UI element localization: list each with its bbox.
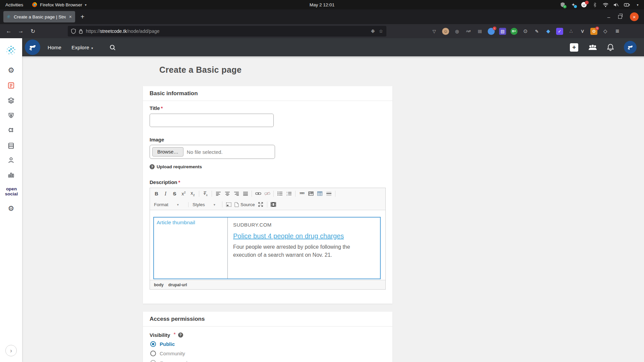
radio-selected-icon[interactable] [150,341,156,347]
settings-gear-icon[interactable]: ⚙ [7,204,15,213]
superscript-icon[interactable]: x2 [179,189,188,198]
nav-home[interactable]: Home [48,45,61,50]
bookmark-star-icon[interactable]: ☆ [379,28,383,34]
subscript-icon[interactable]: x2 [189,189,197,198]
format-dropdown[interactable]: Format▾ [152,202,188,207]
new-tab-button[interactable]: + [80,13,85,21]
swirl-extension-icon[interactable]: ◎ [453,28,461,35]
bold-icon[interactable]: B [152,189,161,198]
layers-icon[interactable] [7,97,15,105]
sidebar-expand-button[interactable]: › [5,345,17,356]
battery-icon[interactable] [624,2,630,8]
italic-icon[interactable]: I [161,189,170,198]
maximize-icon[interactable] [257,200,265,209]
translate-extension-icon[interactable]: A⇄ [465,28,472,35]
help-icon[interactable]: ? [178,333,183,338]
window-restore-button[interactable] [618,15,622,19]
link-icon[interactable] [254,189,262,198]
languagetool-extension-icon[interactable]: L [488,28,495,35]
visibility-option-public[interactable]: Public [150,341,175,347]
hamburger-menu-icon[interactable]: ≡ [615,27,619,35]
article-thumbnail-cell[interactable]: Article thumbnail [154,218,228,279]
bulleted-list-icon[interactable] [276,189,284,198]
settings-icon[interactable]: ⚙ [7,66,15,74]
discord-icon[interactable] [581,2,587,8]
window-minimize-button[interactable]: – [607,14,610,20]
password-page-extension-icon[interactable]: ▤ [499,28,506,35]
app-menu-button[interactable]: Firefox Web Browser ▾ [32,2,87,7]
align-right-icon[interactable] [232,189,240,198]
nav-explore[interactable]: Explore▾ [71,45,93,50]
align-justify-icon[interactable] [241,189,250,198]
search-icon[interactable] [109,44,116,51]
user-avatar[interactable] [624,41,637,54]
visibility-option-community[interactable]: Community [150,351,185,356]
image-file-input[interactable]: Browse… No file selected. [150,145,275,159]
back-button[interactable]: ← [3,26,14,36]
tracking-shield-icon[interactable] [71,28,76,34]
title-input[interactable] [150,114,274,127]
numbered-list-icon[interactable]: 12 [285,189,293,198]
caret-down-icon[interactable]: ▾ [635,2,641,8]
lock-icon[interactable] [79,29,83,34]
opensocial-logo-icon[interactable] [5,44,17,57]
tab-close-icon[interactable]: × [68,14,72,19]
image-icon[interactable] [307,189,315,198]
browse-button[interactable]: Browse… [152,147,183,157]
power-extension-icon[interactable]: ⊙ [522,28,529,35]
element-path-item[interactable]: drupal-url [168,283,187,287]
styles-dropdown[interactable]: Styles▾ [188,202,220,207]
profile-extension-icon[interactable]: ☺ [442,28,449,35]
show-blocks-icon[interactable] [224,200,233,209]
cube-extension-icon[interactable]: ◇ [602,28,609,35]
radio-icon[interactable] [150,351,156,356]
debugger-icon[interactable]: ❉ [371,28,375,34]
url-bar[interactable]: https://streetcode.tk/node/add/page ❉ ☆ [68,26,386,37]
extensions-icon[interactable] [7,127,15,135]
fence-extension-icon[interactable]: |||| [476,28,483,35]
visibility-option-group-members[interactable]: Group members [150,360,196,362]
pocket-extension-icon[interactable]: ▽ [431,28,438,35]
pages-icon[interactable] [7,142,15,150]
bplus-extension-icon[interactable]: B+ [511,28,518,35]
shield-check-icon[interactable]: ✓ [559,2,566,8]
source-button[interactable]: Source [234,202,255,207]
embedded-article-preview[interactable]: Article thumbnail SUDBURY.COM Police bus… [153,217,381,279]
people-icon[interactable] [7,156,15,164]
browser-tab[interactable]: Create a Basic page | Stre × [3,11,75,22]
pin-extension-icon[interactable]: ◆ [545,28,552,35]
vimium-extension-icon[interactable]: V [579,28,586,35]
upload-requirements-link[interactable]: ? Upload requirements [150,164,202,169]
strikethrough-icon[interactable]: S [170,189,179,198]
clock[interactable]: May 2 12:01 [0,2,644,7]
horizontal-rule-icon[interactable] [325,189,333,198]
structure-icon[interactable] [7,112,15,120]
radio-icon[interactable] [150,360,156,362]
table-icon[interactable] [316,189,324,198]
tampermonkey-extension-icon[interactable]: ⚙0 [590,28,597,35]
clipboard-edit-extension-icon[interactable]: ✎ [533,28,540,35]
notifications-bell-icon[interactable] [607,44,614,51]
window-close-button[interactable]: × [630,12,639,21]
groups-icon[interactable] [588,45,597,50]
blockquote-icon[interactable]: ”” [298,189,306,198]
media-embed-icon[interactable] [269,200,278,209]
purple-check-extension-icon[interactable]: ✓ [556,28,563,35]
wifi-icon[interactable] [602,2,608,8]
align-left-icon[interactable] [214,189,222,198]
app-indicator-icon[interactable]: ✦ [570,2,576,8]
add-content-button[interactable]: + [570,43,578,52]
editor-body[interactable]: Article thumbnail SUDBURY.COM Police bus… [150,210,385,280]
footprint-extension-icon[interactable]: ∴ [568,28,575,35]
site-logo[interactable] [25,40,40,55]
remove-format-icon[interactable]: Tx [201,189,210,198]
element-path-item[interactable]: body [154,283,164,287]
activities-button[interactable]: Activities [5,2,23,7]
forward-button[interactable]: → [15,26,26,36]
content-icon[interactable] [7,81,15,89]
article-headline-link[interactable]: Police bust 4 people on drug charges [233,232,344,240]
reload-button[interactable]: ↻ [28,26,38,36]
volume-muted-icon[interactable] [613,2,619,8]
reports-icon[interactable] [7,171,15,179]
align-center-icon[interactable] [223,189,231,198]
